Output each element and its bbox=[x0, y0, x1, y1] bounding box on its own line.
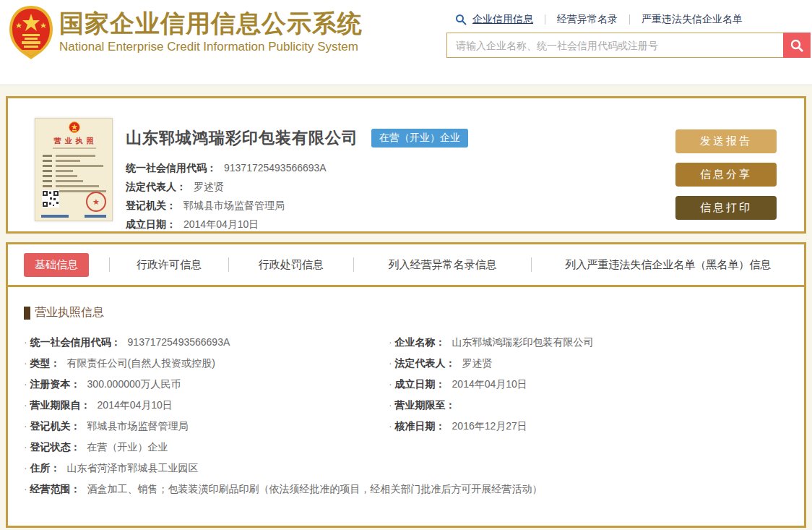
license-footer-bar bbox=[85, 215, 106, 218]
field-row: 类型：有限责任公司(自然人投资或控股) 法定代表人：罗述贤 bbox=[24, 353, 788, 374]
nav-link-blacklist[interactable]: 严重违法失信企业名单 bbox=[642, 13, 743, 26]
print-info-button[interactable]: 信息打印 bbox=[675, 196, 777, 220]
license-qr-code bbox=[42, 190, 59, 208]
license-info-section: 营业执照信息 统一社会信用代码：91371725493566693A 企业名称：… bbox=[8, 287, 804, 500]
license-text-line bbox=[43, 165, 103, 167]
license-text-line bbox=[43, 170, 73, 172]
main-content: 营业执照 ★ 山东郓城鸿瑞彩 bbox=[0, 85, 812, 530]
license-footer-bar bbox=[41, 215, 69, 218]
field-row: 注册资本：300.000000万人民币 成立日期：2014年04月10日 bbox=[24, 374, 788, 395]
field-row: 登记状态：在营（开业）企业 bbox=[24, 437, 788, 458]
search-input[interactable] bbox=[446, 33, 783, 58]
license-subline bbox=[53, 148, 96, 149]
nav-separator bbox=[629, 14, 630, 25]
search-icon bbox=[790, 38, 804, 53]
section-marker bbox=[24, 307, 30, 320]
summary-field-legal-rep: 法定代表人：罗述贤 bbox=[126, 177, 468, 196]
company-name: 山东郓城鸿瑞彩印包装有限公司 bbox=[126, 127, 358, 149]
field-row: 统一社会信用代码：91371725493566693A 企业名称：山东郓城鸿瑞彩… bbox=[24, 332, 788, 353]
header-nav: 企业信用信息 经营异常名录 严重违法失信企业名单 bbox=[446, 12, 811, 27]
tab-serious-violation-blacklist[interactable]: 列入严重违法失信企业名单（黑名单）信息 bbox=[532, 258, 804, 272]
field-row: 登记机关：郓城县市场监督管理局 核准日期：2016年12月27日 bbox=[24, 416, 788, 437]
send-report-button[interactable]: 发送报告 bbox=[675, 129, 777, 153]
detail-card: 基础信息 行政许可信息 行政处罚信息 列入经营异常名录信息 列入严重违法失信企业… bbox=[6, 242, 806, 528]
nav-separator bbox=[545, 14, 545, 25]
section-title: 营业执照信息 bbox=[35, 305, 104, 320]
company-info: 山东郓城鸿瑞彩印包装有限公司 在营（开业）企业 统一社会信用代码：9137172… bbox=[126, 127, 468, 234]
action-buttons: 发送报告 信息分享 信息打印 bbox=[675, 129, 777, 229]
share-info-button[interactable]: 信息分享 bbox=[675, 163, 777, 187]
summary-field-registration-authority: 登记机关：郓城县市场监督管理局 bbox=[126, 196, 468, 215]
search-bar bbox=[446, 33, 811, 58]
national-emblem-logo bbox=[7, 5, 55, 60]
business-license-thumbnail[interactable]: 营业执照 ★ bbox=[35, 118, 113, 221]
license-text-line bbox=[43, 180, 83, 182]
summary-field-credit-code: 统一社会信用代码：91371725493566693A bbox=[126, 158, 468, 177]
field-row: 营业期限自：2014年04月10日 营业期限至： bbox=[24, 395, 788, 416]
tab-bar: 基础信息 行政许可信息 行政处罚信息 列入经营异常名录信息 列入严重违法失信企业… bbox=[8, 244, 804, 287]
site-subtitle: National Enterprise Credit Information P… bbox=[59, 40, 363, 54]
tab-abnormal-operation-list[interactable]: 列入经营异常名录信息 bbox=[354, 258, 532, 272]
header-search-area: 企业信用信息 经营异常名录 严重违法失信企业名单 bbox=[446, 12, 811, 58]
license-text-line bbox=[43, 160, 80, 162]
field-row-business-scope: 经营范围：酒盒加工、销售；包装装潢印刷品印刷（依法须经批准的项目，经相关部门批准… bbox=[24, 479, 788, 500]
tab-administrative-penalty[interactable]: 行政处罚信息 bbox=[229, 258, 353, 272]
license-text-line bbox=[43, 155, 95, 157]
summary-field-establish-date: 成立日期：2014年04月10日 bbox=[126, 215, 468, 234]
search-button[interactable] bbox=[783, 33, 811, 58]
site-title-block: 国家企业信用信息公示系统 National Enterprise Credit … bbox=[59, 9, 363, 54]
tab-basic-info[interactable]: 基础信息 bbox=[24, 253, 89, 277]
page-header: 国家企业信用信息公示系统 National Enterprise Credit … bbox=[0, 0, 812, 85]
site-title: 国家企业信用信息公示系统 bbox=[59, 9, 363, 38]
field-row: 住所：山东省菏泽市郓城县工业园区 bbox=[24, 458, 788, 479]
nav-link-enterprise-credit[interactable]: 企业信用信息 bbox=[472, 13, 533, 26]
license-text-line bbox=[43, 185, 99, 187]
status-badge: 在营（开业）企业 bbox=[371, 129, 468, 148]
search-icon bbox=[455, 14, 467, 25]
license-red-seal: ★ bbox=[86, 192, 106, 212]
nav-link-abnormal-list[interactable]: 经营异常名录 bbox=[557, 13, 618, 26]
license-emblem-icon bbox=[69, 121, 80, 134]
company-summary-card: 营业执照 ★ 山东郓城鸿瑞彩 bbox=[6, 96, 806, 234]
license-title: 营业执照 bbox=[35, 136, 112, 146]
tab-administrative-license[interactable]: 行政许可信息 bbox=[110, 258, 228, 272]
license-text-line bbox=[43, 175, 77, 177]
